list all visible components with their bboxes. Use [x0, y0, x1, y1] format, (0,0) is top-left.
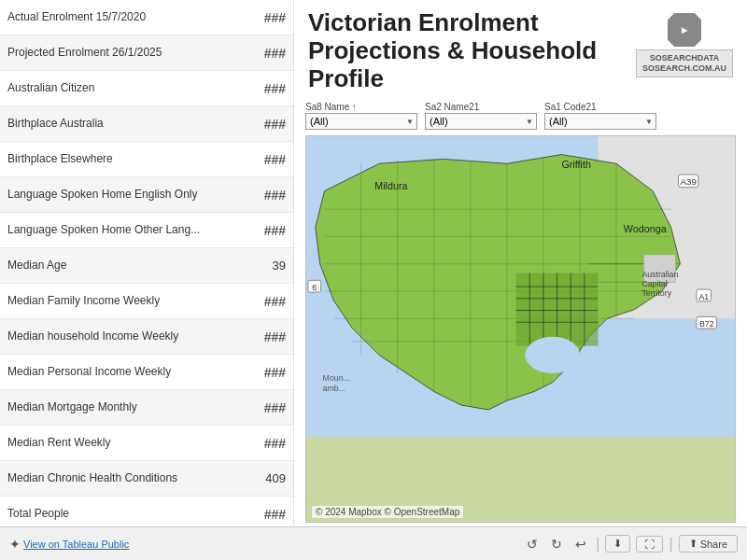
toolbar-divider1: | [596, 536, 599, 553]
row-label: Median Mortgage Monthly [0, 397, 237, 419]
data-table: Actual Enrolment 15/7/2020###Projected E… [0, 0, 293, 526]
tableau-logo: ✦ View on Tableau Public [9, 537, 129, 552]
filter-select-sa2-name21[interactable]: (All) [425, 113, 537, 130]
row-label: Median Rent Weekly [0, 432, 237, 455]
row-value: ### [237, 507, 293, 522]
download-button[interactable]: ⬇ [605, 535, 630, 553]
row-value: ### [237, 188, 293, 203]
row-label: Median Age [0, 255, 237, 277]
svg-text:B72: B72 [699, 319, 714, 329]
row-value: 409 [237, 471, 293, 485]
select-wrapper-sa1-code21: (All) [544, 113, 656, 130]
svg-text:Australian: Australian [641, 270, 678, 279]
row-value: ### [237, 10, 293, 25]
svg-text:Capital: Capital [641, 279, 667, 288]
row-value: ### [237, 329, 293, 344]
row-value: ### [237, 46, 293, 61]
logo-icon: ▶ [668, 13, 701, 47]
svg-text:A1: A1 [698, 291, 709, 301]
table-row: Actual Enrolment 15/7/2020### [0, 0, 293, 35]
row-label: Median Family Income Weekly [0, 290, 237, 313]
filter-label-sa1-code21: Sa1 Code21 [544, 102, 656, 112]
table-row: Median Rent Weekly### [0, 426, 293, 461]
table-row: Median Chronic Health Conditions409 [0, 461, 293, 497]
filter-label-sa2-name21: Sa2 Name21 [425, 102, 537, 112]
row-label: Median household Income Weekly [0, 326, 237, 348]
bottom-toolbar: ✦ View on Tableau Public ↺ ↻ ↩ | ⬇ ⛶ | ⬆… [0, 526, 747, 560]
right-content: Victorian Enrolment Projections & Househ… [294, 0, 747, 526]
main-area: Actual Enrolment 15/7/2020###Projected E… [0, 0, 747, 526]
svg-text:Mildura: Mildura [374, 179, 407, 190]
download-icon: ⬇ [613, 538, 622, 550]
table-row: Median Age39 [0, 248, 293, 284]
main-container: Actual Enrolment 15/7/2020###Projected E… [0, 0, 747, 560]
row-value: ### [237, 117, 293, 132]
tableau-grid-icon: ✦ [9, 537, 21, 552]
row-value: 39 [237, 259, 293, 273]
filter-group-sa1-code21: Sa1 Code21(All) [544, 102, 656, 130]
svg-text:Wodonga: Wodonga [624, 222, 667, 233]
row-label: Language Spoken Home English Only [0, 184, 237, 206]
row-value: ### [237, 436, 293, 451]
table-row: Language Spoken Home English Only### [0, 177, 293, 213]
row-label: Projected Enrolment 26/1/2025 [0, 42, 237, 64]
map-svg: A39 A1 B72 6 Mildura Griffith Wodonga Au… [306, 136, 735, 437]
redo-button[interactable]: ↻ [547, 535, 566, 553]
table-row: Birthplace Elsewhere### [0, 142, 293, 177]
select-wrapper-sa2-name21: (All) [425, 113, 537, 130]
row-value: ### [237, 400, 293, 415]
svg-text:amb...: amb... [323, 384, 345, 393]
filter-select-sa8-name[interactable]: (All) [305, 113, 417, 130]
map-credit: © 2024 Mapbox © OpenStreetMap [312, 506, 463, 518]
filter-group-sa2-name21: Sa2 Name21(All) [425, 102, 537, 130]
header-section: Victorian Enrolment Projections & Househ… [294, 0, 747, 98]
svg-point-28 [525, 337, 580, 373]
logo-badge: SOSEARCHDATA SOSEARCH.COM.AU [636, 49, 733, 77]
svg-text:Griffith: Griffith [561, 159, 590, 170]
svg-text:6: 6 [312, 283, 317, 292]
row-value: ### [237, 152, 293, 167]
row-label: Australian Citizen [0, 77, 237, 100]
svg-text:Moun...: Moun... [323, 372, 350, 382]
row-label: Language Spoken Home Other Lang... [0, 219, 237, 242]
svg-text:Territory: Territory [641, 288, 671, 298]
row-label: Birthplace Australia [0, 113, 237, 135]
title-block: Victorian Enrolment Projections & Househ… [308, 9, 636, 93]
share-icon: ⬆ [689, 538, 698, 550]
table-row: Language Spoken Home Other Lang...### [0, 213, 293, 248]
table-row: Median Personal Income Weekly### [0, 355, 293, 390]
row-value: ### [237, 81, 293, 96]
row-label: Total People [0, 503, 237, 525]
page-title: Victorian Enrolment Projections & Househ… [308, 9, 636, 93]
table-row: Birthplace Australia### [0, 106, 293, 142]
toolbar-right: ↺ ↻ ↩ | ⬇ ⛶ | ⬆ Share [523, 535, 738, 553]
table-row: Projected Enrolment 26/1/2025### [0, 35, 293, 71]
select-wrapper-sa8-name: (All) [305, 113, 417, 130]
svg-text:A39: A39 [681, 175, 697, 186]
filter-select-sa1-code21[interactable]: (All) [544, 113, 656, 130]
row-value: ### [237, 365, 293, 380]
table-row: Median Mortgage Monthly### [0, 390, 293, 426]
share-label: Share [700, 539, 727, 550]
back-button[interactable]: ↩ [571, 535, 590, 553]
left-panel: Actual Enrolment 15/7/2020###Projected E… [0, 0, 294, 526]
table-row: Australian Citizen### [0, 71, 293, 106]
filter-label-sa8-name: Sa8 Name ↑ [305, 102, 417, 112]
table-row: Median household Income Weekly### [0, 319, 293, 355]
row-label: Median Personal Income Weekly [0, 361, 237, 384]
map-area: A39 A1 B72 6 Mildura Griffith Wodonga Au… [305, 135, 736, 523]
table-row: Median Family Income Weekly### [0, 284, 293, 319]
table-row: Total People### [0, 497, 293, 526]
share-button[interactable]: ⬆ Share [679, 535, 738, 553]
logo-block: ▶ SOSEARCHDATA SOSEARCH.COM.AU [636, 13, 733, 77]
fullscreen-icon: ⛶ [644, 539, 655, 550]
row-value: ### [237, 223, 293, 238]
row-label: Birthplace Elsewhere [0, 148, 237, 171]
row-label: Median Chronic Health Conditions [0, 468, 237, 490]
row-value: ### [237, 294, 293, 309]
fullscreen-button[interactable]: ⛶ [636, 536, 663, 553]
row-label: Actual Enrolment 15/7/2020 [0, 7, 237, 29]
filter-row: Sa8 Name ↑(All)Sa2 Name21(All)Sa1 Code21… [294, 98, 747, 135]
undo-button[interactable]: ↺ [523, 535, 542, 553]
view-on-tableau-label[interactable]: View on Tableau Public [23, 539, 129, 550]
